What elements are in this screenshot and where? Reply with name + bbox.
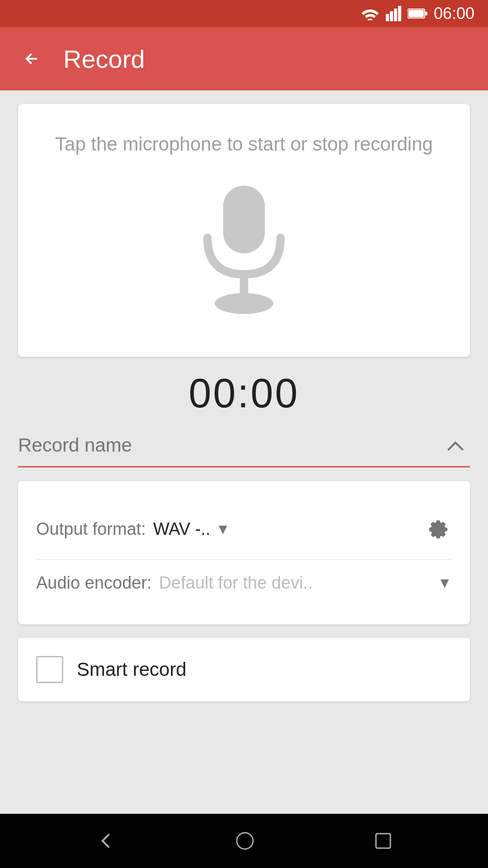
status-time: 06:00	[434, 4, 474, 23]
main-content: Tap the microphone to start or stop reco…	[0, 90, 488, 814]
nav-bar	[0, 814, 488, 868]
svg-rect-5	[408, 10, 424, 17]
nav-recents-icon	[373, 831, 393, 851]
svg-rect-0	[386, 14, 389, 21]
svg-rect-11	[376, 834, 390, 848]
nav-home-icon	[234, 830, 256, 852]
output-format-dropdown-icon: ▼	[216, 521, 230, 538]
nav-back-button[interactable]	[88, 823, 124, 859]
nav-back-icon	[95, 830, 117, 852]
recording-hint: Tap the microphone to start or stop reco…	[55, 131, 433, 158]
app-bar: Record	[0, 27, 488, 90]
record-name-input[interactable]	[18, 434, 432, 456]
output-format-row: Output format: WAV -.. ▼	[36, 499, 452, 559]
settings-panel: Output format: WAV -.. ▼ Audio encoder: …	[18, 481, 470, 624]
svg-rect-1	[390, 11, 393, 21]
audio-encoder-container: Default for the devi.. ▼	[159, 573, 452, 593]
signal-icon	[386, 6, 401, 21]
smart-record-label: Smart record	[77, 659, 187, 680]
status-bar: 06:00	[0, 0, 488, 27]
audio-encoder-dropdown-icon: ▼	[437, 575, 452, 591]
timer-display: 00:00	[18, 370, 470, 417]
audio-encoder-label: Audio encoder:	[36, 573, 152, 593]
output-format-container: WAV -.. ▼	[153, 519, 420, 539]
svg-point-10	[237, 833, 253, 849]
page-title: Record	[63, 44, 145, 74]
nav-recents-button[interactable]	[366, 824, 400, 858]
audio-encoder-row: Audio encoder: Default for the devi.. ▼	[36, 559, 452, 606]
wifi-icon	[361, 7, 380, 20]
output-format-label: Output format:	[36, 519, 146, 539]
svg-rect-6	[425, 12, 427, 15]
chevron-up-icon	[445, 434, 466, 456]
svg-rect-7	[223, 185, 265, 253]
output-format-value: WAV -..	[153, 519, 211, 539]
smart-record-checkbox[interactable]	[36, 656, 63, 683]
back-button[interactable]	[18, 45, 45, 72]
microphone-button[interactable]	[176, 176, 312, 321]
microphone-icon	[181, 180, 307, 316]
collapse-button[interactable]	[441, 430, 470, 461]
svg-rect-3	[398, 6, 401, 21]
record-name-container	[18, 430, 470, 467]
gear-icon	[424, 516, 448, 541]
settings-gear-button[interactable]	[420, 513, 452, 546]
svg-point-9	[215, 293, 273, 314]
svg-rect-2	[394, 9, 397, 21]
battery-icon	[408, 8, 427, 19]
recording-card: Tap the microphone to start or stop reco…	[18, 104, 470, 357]
smart-record-card: Smart record	[18, 638, 470, 701]
nav-home-button[interactable]	[227, 823, 263, 859]
audio-encoder-value: Default for the devi..	[159, 573, 432, 593]
status-icons: 06:00	[361, 4, 474, 23]
